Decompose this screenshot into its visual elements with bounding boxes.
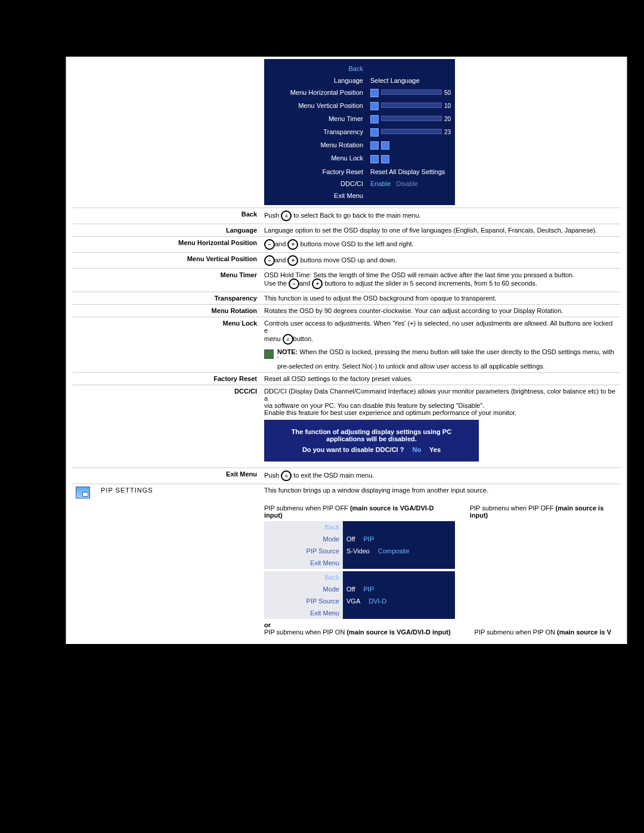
menu-button-icon: ≡ <box>281 210 292 221</box>
transparency-slider <box>381 129 442 134</box>
text: button. <box>293 335 314 342</box>
dialog-no: No <box>412 446 421 453</box>
ddcci-dialog: The function of adjusting display settin… <box>264 420 479 462</box>
row-hpos-desc: −and + buttons move OSD to the left and … <box>261 236 621 252</box>
note-text: NOTE: When the OSD is locked, pressing t… <box>277 348 617 370</box>
osd-ddcci-disable: Disable <box>396 180 418 187</box>
text: The function of adjusting display settin… <box>276 428 467 435</box>
text: PIP submenu when PIP OFF <box>264 504 350 512</box>
menu-button-icon: ≡ <box>283 334 293 345</box>
text: buttons move OSD up and down. <box>298 256 397 263</box>
text: PIP submenu when PIP OFF <box>470 504 556 512</box>
plus-button-icon: + <box>287 239 298 250</box>
row-ddcci-desc: DDC/CI (Display Data Channel/Command Int… <box>261 385 621 467</box>
text: Push <box>264 471 281 478</box>
timer-value: 20 <box>444 116 451 122</box>
vpos-value: 10 <box>444 103 451 109</box>
settings-table: Back LanguageSelect Language Menu Horizo… <box>72 57 621 638</box>
pip-off: Off <box>346 535 363 543</box>
plus-button-icon: + <box>287 255 298 266</box>
minus-button-icon: − <box>289 278 299 289</box>
row-vpos-label: Menu Vertical Position <box>170 252 261 268</box>
row-language-desc: Language option to set the OSD display t… <box>261 224 621 236</box>
slider-icon <box>370 102 379 110</box>
row-exit-label: Exit Menu <box>170 467 261 484</box>
osd-rotation: Menu Rotation <box>264 139 367 152</box>
text: and <box>275 240 287 247</box>
pip-osd-1: Back ModeOffPIP PIP SourceS-VideoComposi… <box>264 521 455 569</box>
row-hpos-label: Menu Horizontal Position <box>170 236 261 252</box>
pip-source: PIP Source <box>264 595 343 607</box>
text: When the OSD is locked, pressing the men… <box>277 348 614 370</box>
text: to select Back to go back to the main me… <box>292 211 420 218</box>
pip-src-2: Composite <box>378 547 410 555</box>
row-timer-desc: OSD Hold Time: Sets the length of time t… <box>261 268 621 292</box>
pip-back: Back <box>264 571 343 583</box>
text: OSD Hold Time: Sets the length of time t… <box>264 271 617 278</box>
pip-pip: PIP <box>363 586 374 593</box>
slider-icon <box>370 89 379 97</box>
osd-language: Language <box>264 75 367 86</box>
osd-transparency: Transparency <box>264 126 367 139</box>
text: Push <box>264 211 281 218</box>
text: menu <box>264 335 283 342</box>
text: Use the <box>264 279 289 286</box>
pip-src-1: VGA <box>346 597 369 605</box>
text: Enable this feature for best user experi… <box>264 409 617 416</box>
pip-or: or <box>264 621 617 628</box>
osd-back: Back <box>264 63 367 75</box>
pip-off: Off <box>346 586 363 593</box>
osd-ddcci: DDC/CI <box>264 178 367 190</box>
text: PIP submenu when PIP ON <box>475 628 557 636</box>
text: and <box>275 256 287 263</box>
pip-mode: Mode <box>264 533 343 545</box>
row-back-desc: Push ≡ to select Back to go back to the … <box>261 208 621 224</box>
rotation-icon-b <box>381 141 389 150</box>
text: applications will be disabled. <box>276 435 467 442</box>
lock-icon-a <box>370 155 379 163</box>
pip-intro: This function brings up a window display… <box>261 484 621 502</box>
row-factory-label: Factory Reset <box>170 372 261 385</box>
minus-button-icon: − <box>264 239 275 250</box>
text: buttons to adjust the slider in 5 second… <box>323 279 537 286</box>
osd-ddcci-enable: Enable <box>370 180 391 187</box>
note-icon <box>264 349 274 359</box>
osd-timer: Menu Timer <box>264 113 367 126</box>
slider-icon <box>370 128 379 137</box>
row-lock-desc: Controls user access to adjustments. Whe… <box>261 317 621 372</box>
osd-language-value: Select Language <box>367 75 455 86</box>
transparency-value: 23 <box>444 129 451 135</box>
row-rotation-desc: Rotates the OSD by 90 degrees counter-cl… <box>261 304 621 317</box>
row-back-label: Back <box>170 208 261 224</box>
text: via software on your PC. You can disable… <box>264 402 617 409</box>
osd-exit: Exit Menu <box>264 190 367 202</box>
text: buttons move OSD to the left and right. <box>298 240 413 247</box>
pip-caption-on-1: PIP submenu when PIP ON (main source is … <box>264 628 451 636</box>
pip-section-label: PIP SETTINGS <box>97 484 170 502</box>
row-transparency-desc: This function is used to adjust the OSD … <box>261 292 621 304</box>
vpos-slider <box>381 103 442 108</box>
pip-caption-off-2: PIP submenu when PIP OFF (main source is… <box>470 504 617 519</box>
pip-icon <box>76 487 90 498</box>
text: Do you want to disable DDC/CI ? <box>302 446 404 453</box>
row-factory-desc: Reset all OSD settings to the factory pr… <box>261 372 621 385</box>
osd-lock: Menu Lock <box>264 152 367 165</box>
menu-button-icon: ≡ <box>281 470 292 481</box>
timer-slider <box>381 116 442 121</box>
lock-icon-b <box>381 155 389 163</box>
osd-vpos: Menu Vertical Position <box>264 100 367 113</box>
rotation-icon-a <box>370 141 379 150</box>
osd-factory-value: Reset All Display Settings <box>367 166 455 178</box>
row-timer-label: Menu Timer <box>170 268 261 292</box>
text: Controls user access to adjustments. Whe… <box>264 320 612 334</box>
minus-button-icon: − <box>264 255 275 266</box>
slider-icon <box>370 115 379 123</box>
plus-button-icon: + <box>312 278 323 289</box>
hpos-slider <box>381 89 442 95</box>
osd-screenshot: Back LanguageSelect Language Menu Horizo… <box>264 59 455 205</box>
pip-caption-on-2: PIP submenu when PIP ON (main source is … <box>475 628 612 636</box>
dialog-yes: Yes <box>429 446 441 453</box>
row-exit-desc: Push ≡ to exit the OSD main menu. <box>261 467 621 484</box>
pip-src-2: DVI-D <box>369 597 386 605</box>
pip-caption-off-1: PIP submenu when PIP OFF (main source is… <box>264 504 446 519</box>
